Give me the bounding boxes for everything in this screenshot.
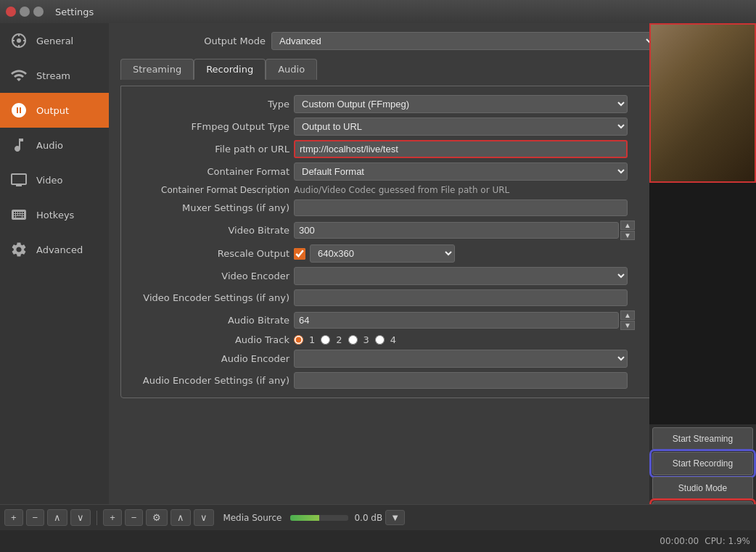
file-path-row: File path or URL rtmp://localhost/live/t… xyxy=(130,140,646,158)
db-label: 0.0 dB xyxy=(354,513,382,523)
sidebar-label-general: General xyxy=(36,36,73,46)
video-encoder-select[interactable] xyxy=(294,267,628,285)
window-controls[interactable] xyxy=(6,7,44,17)
tab-audio[interactable]: Audio xyxy=(266,59,317,80)
rescale-select[interactable]: 640x360 1280x720 1920x1080 xyxy=(310,244,455,263)
tab-recording[interactable]: Recording xyxy=(194,59,266,80)
rescale-checkbox[interactable] xyxy=(294,248,305,260)
sidebar: General Stream Out xyxy=(0,23,109,552)
sidebar-item-general[interactable]: General xyxy=(0,23,109,58)
audio-bitrate-down[interactable]: ▼ xyxy=(620,321,635,330)
toolbar: + − ∧ ∨ + − ⚙ ∧ ∨ Media Source 0.0 dB ▼ xyxy=(0,504,756,530)
bitrate-down[interactable]: ▼ xyxy=(620,231,635,240)
ffmpeg-type-label: FFmpeg Output Type xyxy=(130,121,289,132)
preview-image xyxy=(649,23,756,183)
recording-tab-panel: Type Custom Output (FFmpeg) Standard FFm… xyxy=(120,86,649,398)
general-icon xyxy=(9,30,29,51)
rescale-label: Rescale Output xyxy=(130,248,289,259)
type-select[interactable]: Custom Output (FFmpeg) Standard xyxy=(294,95,628,113)
sidebar-label-audio: Audio xyxy=(36,140,63,151)
audio-track-3[interactable] xyxy=(348,335,358,345)
sidebar-label-advanced: Advanced xyxy=(36,244,83,255)
mixer-button[interactable]: ▼ xyxy=(385,510,405,525)
bitrate-up[interactable]: ▲ xyxy=(620,221,635,230)
move-source-up-button[interactable]: ∧ xyxy=(170,509,191,526)
audio-encoder-settings-input[interactable] xyxy=(294,372,628,389)
container-desc-row: Container Format Description Audio/Video… xyxy=(130,185,646,195)
right-panel: Start Streaming Start Recording Studio M… xyxy=(649,23,756,552)
video-icon xyxy=(9,170,29,190)
sidebar-label-output: Output xyxy=(36,105,69,116)
container-desc-value: Audio/Video Codec guessed from File path… xyxy=(294,185,509,195)
sidebar-item-output[interactable]: Output xyxy=(0,93,109,128)
move-source-down-button[interactable]: ∨ xyxy=(194,509,214,526)
container-format-row: Container Format Default Format xyxy=(130,162,646,181)
video-bitrate-label: Video Bitrate xyxy=(130,225,289,236)
ffmpeg-type-row: FFmpeg Output Type Output to URL Output … xyxy=(130,118,646,136)
muxer-settings-row: Muxer Settings (if any) xyxy=(130,199,646,216)
audio-track-1[interactable] xyxy=(294,335,303,345)
video-bitrate-input[interactable] xyxy=(294,222,619,239)
audio-track-3-label: 3 xyxy=(363,334,369,345)
file-path-input[interactable]: rtmp://localhost/live/test xyxy=(294,140,628,158)
add-source-button[interactable]: + xyxy=(103,509,122,526)
container-format-label: Container Format xyxy=(130,166,289,177)
sidebar-item-advanced[interactable]: Advanced xyxy=(0,232,109,267)
ffmpeg-type-select[interactable]: Output to URL Output to File xyxy=(294,118,628,136)
content-area: Output Mode Advanced Simple Streaming xyxy=(109,23,649,552)
status-bar: 00:00:00 CPU: 1.9% xyxy=(0,530,756,552)
minimize-button[interactable] xyxy=(20,7,30,17)
sidebar-item-audio[interactable]: Audio xyxy=(0,128,109,162)
audio-encoder-label: Audio Encoder xyxy=(130,353,289,364)
volume-fill xyxy=(290,515,319,521)
tabs-container: Streaming Recording Audio xyxy=(120,59,649,80)
audio-encoder-settings-row: Audio Encoder Settings (if any) xyxy=(130,372,646,389)
audio-bitrate-row: Audio Bitrate ▲ ▼ xyxy=(130,310,646,330)
sidebar-label-video: Video xyxy=(36,175,62,186)
remove-scene-button[interactable]: − xyxy=(26,509,45,526)
recording-form: Type Custom Output (FFmpeg) Standard FFm… xyxy=(130,95,646,389)
start-recording-button[interactable]: Start Recording xyxy=(652,452,753,475)
video-encoder-label: Video Encoder xyxy=(130,271,289,281)
add-scene-button[interactable]: + xyxy=(4,509,23,526)
audio-bitrate-input[interactable] xyxy=(294,312,619,329)
settings-content: General Stream Out xyxy=(0,23,649,552)
close-button[interactable] xyxy=(6,7,16,17)
output-mode-label: Output Mode xyxy=(120,36,266,46)
video-encoder-settings-input[interactable] xyxy=(294,289,628,306)
audio-track-radio-group: 1 2 3 4 xyxy=(294,334,396,345)
time-display: 00:00:00 xyxy=(660,536,699,546)
maximize-button[interactable] xyxy=(33,7,44,17)
audio-track-row: Audio Track 1 2 3 xyxy=(130,334,646,345)
audio-track-1-label: 1 xyxy=(309,334,315,345)
container-desc-label: Container Format Description xyxy=(130,185,289,195)
sidebar-label-hotkeys: Hotkeys xyxy=(36,210,74,221)
video-encoder-settings-row: Video Encoder Settings (if any) xyxy=(130,289,646,306)
audio-encoder-select[interactable] xyxy=(294,350,628,368)
source-settings-button[interactable]: ⚙ xyxy=(146,509,168,526)
remove-source-button[interactable]: − xyxy=(125,509,144,526)
studio-mode-button[interactable]: Studio Mode xyxy=(652,477,753,500)
audio-track-2[interactable] xyxy=(321,335,330,345)
output-icon xyxy=(9,100,29,120)
muxer-input[interactable] xyxy=(294,199,628,216)
sidebar-item-stream[interactable]: Stream xyxy=(0,58,109,93)
sidebar-item-video[interactable]: Video xyxy=(0,162,109,197)
move-scene-up-button[interactable]: ∧ xyxy=(47,509,67,526)
audio-encoder-row: Audio Encoder xyxy=(130,350,646,368)
muxer-label: Muxer Settings (if any) xyxy=(130,202,289,213)
tab-streaming[interactable]: Streaming xyxy=(120,59,194,80)
audio-bitrate-up[interactable]: ▲ xyxy=(620,310,635,320)
video-encoder-row: Video Encoder xyxy=(130,267,646,285)
volume-bar xyxy=(290,515,348,521)
audio-bitrate-label: Audio Bitrate xyxy=(130,315,289,326)
sidebar-item-hotkeys[interactable]: Hotkeys xyxy=(0,197,109,232)
cpu-display: CPU: 1.9% xyxy=(704,536,750,546)
output-mode-select[interactable]: Advanced Simple xyxy=(271,32,649,50)
start-streaming-button[interactable]: Start Streaming xyxy=(652,427,753,450)
video-encoder-settings-label: Video Encoder Settings (if any) xyxy=(130,292,289,303)
audio-icon xyxy=(9,135,29,155)
move-scene-down-button[interactable]: ∨ xyxy=(70,509,91,526)
container-format-select[interactable]: Default Format xyxy=(294,162,628,181)
audio-track-4[interactable] xyxy=(375,335,385,345)
